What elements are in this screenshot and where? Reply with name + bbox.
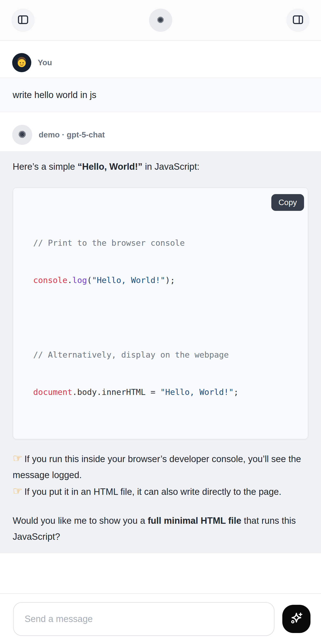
chat-scroll-area[interactable]: You write hello world in js demo · gpt-5… — [0, 41, 321, 593]
copy-code-button[interactable]: Copy — [271, 194, 304, 211]
composer-bar — [0, 593, 321, 644]
top-bar — [0, 0, 321, 41]
assistant-followup-text: Would you like me to show you a full min… — [13, 513, 308, 545]
code-line: document.body.innerHTML = "Hello, World!… — [33, 386, 298, 398]
code-block: Copy // Print to the browser console con… — [13, 188, 308, 439]
panel-left-icon — [17, 14, 29, 26]
note-line: If you put it in an HTML file, it can al… — [13, 483, 308, 500]
assistant-sender-label: demo · gpt-5-chat — [39, 130, 105, 139]
code-content: // Print to the browser console console.… — [33, 212, 298, 423]
pointing-right-icon — [13, 452, 22, 464]
code-line: console.log("Hello, World!"); — [33, 274, 298, 286]
starburst-icon — [18, 130, 27, 140]
note-text: If you put it in an HTML file, it can al… — [24, 487, 281, 497]
sidebar-toggle-button[interactable] — [11, 8, 35, 32]
send-button[interactable] — [282, 605, 311, 633]
code-line: // Alternatively, display on the webpage — [33, 348, 298, 361]
panel-right-icon — [292, 14, 304, 26]
pointing-right-icon — [13, 485, 22, 497]
sparkle-icon — [289, 611, 304, 627]
assistant-notes: If you run this inside your browser’s de… — [13, 450, 308, 500]
user-message: write hello world in js — [0, 78, 321, 112]
app-logo-button[interactable] — [149, 8, 172, 32]
assistant-intro-text: Here’s a simple “Hello, World!” in JavaS… — [13, 161, 308, 172]
user-avatar — [12, 53, 31, 72]
assistant-sender-row: demo · gpt-5-chat — [0, 125, 321, 145]
starburst-icon — [156, 16, 165, 24]
message-input[interactable] — [13, 602, 275, 636]
person-icon — [14, 55, 29, 70]
assistant-avatar — [12, 125, 32, 145]
user-sender-label: You — [38, 58, 52, 67]
right-panel-toggle-button[interactable] — [286, 8, 310, 32]
code-line: // Print to the browser console — [33, 237, 298, 249]
note-line: If you run this inside your browser’s de… — [13, 450, 308, 483]
code-line — [33, 311, 298, 324]
user-message-text: write hello world in js — [13, 90, 308, 100]
assistant-message: Here’s a simple “Hello, World!” in JavaS… — [0, 151, 321, 553]
note-text: If you run this inside your browser’s de… — [13, 454, 301, 480]
user-sender-row: You — [0, 53, 321, 72]
